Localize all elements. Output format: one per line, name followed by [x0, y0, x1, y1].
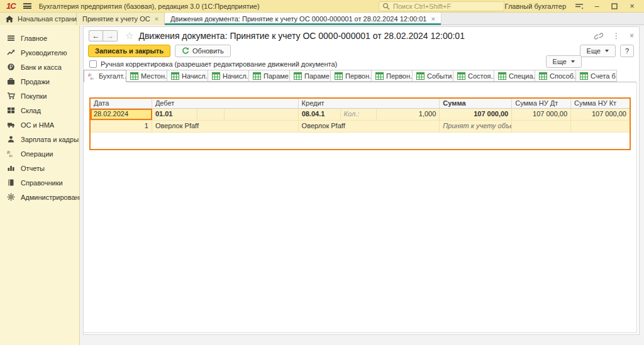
1c-logo: 1С	[6, 1, 16, 11]
tab-close-icon[interactable]: ×	[155, 15, 158, 23]
cell-credit-account[interactable]: 08.04.1	[299, 109, 341, 120]
register-table-icon	[375, 72, 384, 80]
dt-kt-icon: ДтКт	[88, 72, 96, 80]
sidebar-item-purchases[interactable]: Покупки	[0, 89, 79, 103]
cell-debit-empty[interactable]	[197, 109, 225, 120]
column-header-debit[interactable]: Дебет	[152, 99, 299, 108]
tab-os-acceptance[interactable]: Принятие к учету ОС ×	[77, 13, 165, 25]
cell-sum-nu-kt[interactable]: 107 000,00	[571, 109, 630, 120]
get-link-icon[interactable]	[594, 32, 603, 40]
more-button-table[interactable]: Еще	[546, 55, 582, 68]
cell-qty[interactable]: 1,000	[377, 109, 440, 120]
book-icon	[7, 178, 15, 187]
service-menu-icon[interactable]	[575, 2, 584, 11]
column-header-credit[interactable]: Кредит	[299, 99, 440, 108]
help-button[interactable]: ?	[620, 45, 634, 57]
current-user-label[interactable]: Главный бухгалтер	[505, 3, 566, 10]
register-tab-special[interactable]: Специа...	[494, 70, 535, 82]
column-header-sum-nu-dt[interactable]: Сумма НУ Дт	[512, 99, 571, 108]
main-title-bar: 1С Бухгалтерия предприятия (базовая), ре…	[0, 0, 644, 13]
sidebar-item-directories[interactable]: Справочники	[0, 175, 79, 190]
more-commands-icon[interactable]: ⋮	[613, 31, 620, 40]
refresh-button[interactable]: Обновить	[175, 45, 231, 57]
minimize-button[interactable]: –	[592, 2, 601, 11]
svg-text:Кт: Кт	[91, 76, 94, 80]
cell-debit-empty[interactable]	[225, 109, 299, 120]
sidebar-item-fixed-assets[interactable]: ОС и НМА	[0, 118, 79, 132]
sidebar-item-main[interactable]: Главное	[0, 31, 79, 45]
cell-note[interactable]: Принят к учету объе...	[440, 121, 512, 132]
close-window-button[interactable]: ×	[628, 2, 636, 11]
cell-empty[interactable]	[512, 121, 571, 132]
cell-line-number[interactable]: 1	[91, 121, 152, 132]
search-placeholder: Поиск Ctrl+Shift+F	[393, 3, 451, 10]
column-header-date[interactable]: Дата	[91, 99, 152, 108]
register-table-icon	[539, 72, 547, 80]
column-header-sum-nu-kt[interactable]: Сумма НУ Кт	[571, 99, 630, 108]
svg-text:Дт: Дт	[88, 72, 92, 76]
sidebar-item-operations[interactable]: ДтКт Операции	[0, 146, 79, 161]
register-table-icon	[416, 72, 425, 80]
register-table-icon	[294, 72, 302, 80]
sidebar-item-bank-cash[interactable]: Банк и касса	[0, 60, 79, 74]
trend-chart-icon	[7, 48, 15, 57]
tab-home[interactable]: Начальная страница	[0, 13, 77, 25]
global-search-input[interactable]: Поиск Ctrl+Shift+F	[379, 1, 504, 11]
register-tab-states[interactable]: Состоя...	[453, 70, 494, 82]
tab-document-movements[interactable]: Движения документа: Принятие к учету ОС …	[165, 13, 441, 25]
search-icon	[382, 2, 391, 11]
register-tab-depreciation-1[interactable]: Начисл...	[167, 70, 208, 82]
register-tab-methods[interactable]: Способ...	[535, 70, 576, 82]
cell-empty[interactable]	[571, 121, 630, 132]
register-tab-parameters-2[interactable]: Параме...	[290, 70, 331, 82]
home-icon	[6, 16, 13, 23]
register-tab-depreciation-2[interactable]: Начисл...	[208, 70, 249, 82]
page-title: Движения документа: Принятие к учету ОС …	[138, 31, 464, 41]
save-and-close-button[interactable]: Записать и закрыть	[88, 45, 170, 57]
sidebar-item-reports[interactable]: Отчеты	[0, 161, 79, 175]
refresh-icon	[182, 47, 189, 55]
truck-icon	[7, 121, 15, 129]
register-tab-events[interactable]: Событи...	[413, 70, 453, 82]
register-tab-location[interactable]: Местон...	[126, 70, 167, 82]
sidebar-item-administration[interactable]: Администрирование	[0, 190, 79, 204]
nav-back-button[interactable]: ←	[89, 30, 103, 41]
sections-panel: Главное Руководителю Банк и касса Продаж…	[0, 25, 80, 345]
register-table-icon	[171, 72, 179, 80]
register-tab-accounts[interactable]: Счета б...	[576, 70, 617, 82]
close-form-icon[interactable]: ×	[630, 31, 634, 40]
cell-debit-account[interactable]: 01.01	[152, 109, 197, 120]
cell-debit-subconto[interactable]: Оверлок Pfaff	[152, 121, 299, 132]
add-to-favorites-icon[interactable]: ☆	[125, 30, 133, 41]
cell-sum[interactable]: 107 000,00	[440, 109, 512, 120]
register-tab-accounting[interactable]: ДтКт Бухгалт...	[84, 70, 126, 82]
cell-credit-subconto[interactable]: Оверлок Pfaff	[299, 121, 440, 132]
main-menu-icon[interactable]	[23, 3, 31, 9]
sidebar-item-manager[interactable]: Руководителю	[0, 45, 79, 60]
svg-text:Дт: Дт	[7, 150, 11, 154]
register-table-icon	[335, 72, 343, 80]
sidebar-item-payroll-hr[interactable]: Зарплата и кадры	[0, 132, 79, 146]
sidebar-item-warehouse[interactable]: Склад	[0, 103, 79, 118]
table-empty-area[interactable]	[91, 133, 630, 149]
boxes-grid-icon	[7, 106, 15, 114]
register-table-icon	[498, 72, 506, 80]
cell-sum-nu-dt[interactable]: 107 000,00	[512, 109, 571, 120]
person-icon	[7, 135, 15, 143]
table-row: 1 Оверлок Pfaff Оверлок Pfaff Принят к у…	[91, 121, 630, 133]
sidebar-item-sales[interactable]: Продажи	[0, 74, 79, 89]
app-title: Бухгалтерия предприятия (базовая), редак…	[39, 3, 260, 10]
tab-close-icon[interactable]: ×	[431, 15, 435, 23]
register-tab-parameters-1[interactable]: Параме...	[249, 70, 290, 82]
register-tab-initial-info-1[interactable]: Первон...	[331, 70, 372, 82]
manual-adjustment-checkbox[interactable]	[89, 60, 97, 68]
more-button-form[interactable]: Еще	[580, 45, 616, 57]
nav-forward-button[interactable]: →	[103, 30, 118, 41]
register-table-icon	[130, 72, 138, 80]
cell-qty-label[interactable]: Кол.:	[341, 109, 377, 120]
column-header-sum[interactable]: Сумма	[440, 99, 512, 108]
register-tab-initial-info-2[interactable]: Первон...	[372, 70, 413, 82]
cell-date-selected[interactable]: 28.02.2024	[91, 109, 152, 120]
table-header-row: Дата Дебет Кредит Сумма Сумма НУ Дт Сумм…	[91, 99, 630, 109]
restore-window-button[interactable]	[610, 2, 619, 11]
